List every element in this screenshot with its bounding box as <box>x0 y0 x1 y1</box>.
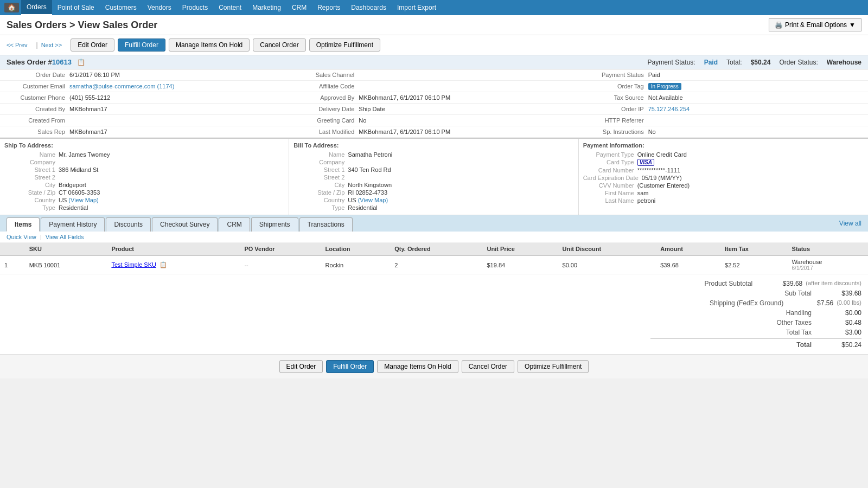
tabs-bar: Items Payment History Discounts Checkout… <box>0 215 868 232</box>
nav-import-export[interactable]: Import Export <box>392 0 442 15</box>
tab-crm[interactable]: CRM <box>219 217 250 232</box>
home-icon[interactable]: 🏠 <box>4 3 19 12</box>
payment-info-title: Payment Information: <box>583 142 864 151</box>
tab-checkout-survey[interactable]: Checkout Survey <box>152 217 218 232</box>
bottom-actions-bar: Edit Order Fulfill Order Manage Items On… <box>0 354 868 378</box>
delivery-date-row: Delivery Date Ship Date <box>293 105 574 113</box>
tab-discounts[interactable]: Discounts <box>106 217 151 232</box>
col-num <box>0 243 25 255</box>
top-navigation: 🏠 Orders Point of Sale Customers Vendors… <box>0 0 868 15</box>
nav-content[interactable]: Content <box>213 0 247 15</box>
quick-view-bar: Quick View | View All Fields <box>0 232 868 243</box>
order-details-section: Order Date 6/1/2017 06:10 PM Sales Chann… <box>0 69 868 354</box>
ship-to-map-link[interactable]: (View Map) <box>68 197 98 203</box>
view-all-fields-link[interactable]: View All Fields <box>46 234 84 240</box>
customer-email-link[interactable]: samatha@pulse-commerce.com <box>69 83 156 89</box>
payment-status-detail-row: Payment Status Paid <box>583 70 864 79</box>
nav-vendors[interactable]: Vendors <box>142 0 177 15</box>
nav-point-of-sale[interactable]: Point of Sale <box>52 0 100 15</box>
total-tax-label: Total Tax <box>710 329 818 336</box>
shipping-label: Shipping (FedEx Ground) <box>681 299 790 307</box>
order-status-label: Order Status: <box>779 59 818 66</box>
col-item-tax: Item Tax <box>720 243 788 255</box>
payment-info-block: Payment Information: Payment TypeOnline … <box>579 139 868 215</box>
col-unit-discount: Unit Discount <box>558 243 656 255</box>
page-header: Sales Orders > View Sales Order 🖨️ Print… <box>0 15 868 35</box>
order-info-bar: Sales Order #10613 📋 Payment Status: Pai… <box>0 55 868 69</box>
totals-section: Product Subtotal $39.68 (after item disc… <box>0 274 868 354</box>
cancel-order-button[interactable]: Cancel Order <box>253 38 305 52</box>
row-po-vendor: -- <box>240 255 321 274</box>
nav-crm[interactable]: CRM <box>286 0 312 15</box>
visa-badge: VISA <box>637 159 654 166</box>
order-date-row: Order Date 6/1/2017 06:10 PM <box>4 70 285 79</box>
customer-email-row: Customer Email samatha@pulse-commerce.co… <box>4 82 285 91</box>
nav-orders[interactable]: Orders <box>21 0 52 15</box>
tab-transactions[interactable]: Transactions <box>299 217 353 232</box>
row-product: Test Simple SKU 📋 <box>107 255 240 274</box>
edit-order-button[interactable]: Edit Order <box>71 38 114 52</box>
page-title: Sales Orders > View Sales Order <box>7 20 157 31</box>
product-subtotal-label: Product Subtotal <box>650 280 759 287</box>
sub-total-label: Sub Total <box>710 290 818 297</box>
total-label: Total: <box>726 59 742 66</box>
ship-to-title: Ship To Address: <box>4 142 284 151</box>
nav-marketing[interactable]: Marketing <box>247 0 286 15</box>
payment-status-value: Paid <box>704 59 718 66</box>
sales-channel-row: Sales Channel <box>293 70 574 79</box>
prev-link[interactable]: << Prev <box>7 42 28 48</box>
items-table: SKU Product PO Vendor Location Qty. Orde… <box>0 243 868 274</box>
bill-to-block: Bill To Address: NameSamatha Petroni Com… <box>289 139 578 215</box>
payment-status-label: Payment Status: <box>648 59 695 66</box>
optimize-button-bottom[interactable]: Optimize Fulfillment <box>518 360 589 373</box>
edit-order-button-bottom[interactable]: Edit Order <box>279 360 323 373</box>
order-id-link[interactable]: 10613 <box>52 58 72 66</box>
cancel-order-button-bottom[interactable]: Cancel Order <box>462 360 514 373</box>
col-sku: SKU <box>25 243 107 255</box>
fulfill-order-button[interactable]: Fulfill Order <box>118 38 165 52</box>
last-modified-row: Last Modified MKBohman17, 6/1/2017 06:10… <box>293 127 574 136</box>
optimize-button[interactable]: Optimize Fulfillment <box>309 38 380 52</box>
order-tag-badge: In Progress <box>648 83 681 90</box>
tab-shipments[interactable]: Shipments <box>251 217 298 232</box>
customer-email-count-link[interactable]: (1174) <box>157 83 175 89</box>
order-tag-row: Order Tag In Progress <box>583 82 864 91</box>
sales-rep-row: Sales Rep MKBohman17 <box>4 127 285 136</box>
product-subtotal-note: (after item discounts) <box>806 280 861 287</box>
quick-view-link[interactable]: Quick View <box>7 234 36 240</box>
product-link[interactable]: Test Simple SKU <box>111 261 156 268</box>
row-item-tax: $2.52 <box>720 255 788 274</box>
actions-bar: << Prev | Next >> Edit Order Fulfill Ord… <box>0 35 868 55</box>
ship-to-block: Ship To Address: NameMr. James Twomey Co… <box>0 139 289 215</box>
print-email-button[interactable]: 🖨️ Print & Email Options ▼ <box>769 18 861 31</box>
manage-hold-button-top[interactable]: Manage Items On Hold <box>169 38 250 52</box>
row-unit-discount: $0.00 <box>558 255 656 274</box>
tab-items[interactable]: Items <box>7 217 40 232</box>
col-location: Location <box>321 243 391 255</box>
shipping-value: $7.56 <box>790 299 833 307</box>
order-status-area: Payment Status: Paid Total: $50.24 Order… <box>648 59 861 66</box>
table-row: 1 MKB 10001 Test Simple SKU 📋 -- Rockin … <box>0 255 868 274</box>
affiliate-code-row: Affiliate Code <box>293 82 574 91</box>
view-all-link[interactable]: View all <box>839 217 861 230</box>
shipping-note: (0.00 lbs) <box>837 299 861 307</box>
nav-customers[interactable]: Customers <box>100 0 142 15</box>
bill-to-map-link[interactable]: (View Map) <box>358 197 388 203</box>
nav-reports[interactable]: Reports <box>312 0 346 15</box>
row-amount: $39.68 <box>656 255 720 274</box>
order-ip-link[interactable]: 75.127.246.254 <box>648 106 690 112</box>
nav-dashboards[interactable]: Dashboards <box>346 0 392 15</box>
next-link[interactable]: Next >> <box>41 42 62 48</box>
sp-instructions-row: Sp. Instructions No <box>583 127 864 136</box>
sub-total-value: $39.68 <box>818 290 861 297</box>
order-status-value: Warehouse <box>827 59 861 66</box>
totals-table: Product Subtotal $39.68 (after item disc… <box>650 279 861 350</box>
tab-payment-history[interactable]: Payment History <box>41 217 105 232</box>
tabs-list: Items Payment History Discounts Checkout… <box>7 215 353 232</box>
manage-hold-button-bottom[interactable]: Manage Items On Hold <box>377 360 458 373</box>
fulfill-order-button-bottom[interactable]: Fulfill Order <box>326 360 374 373</box>
col-status: Status <box>788 243 868 255</box>
other-taxes-label: Other Taxes <box>710 319 818 326</box>
nav-products[interactable]: Products <box>177 0 213 15</box>
row-sku: MKB 10001 <box>25 255 107 274</box>
